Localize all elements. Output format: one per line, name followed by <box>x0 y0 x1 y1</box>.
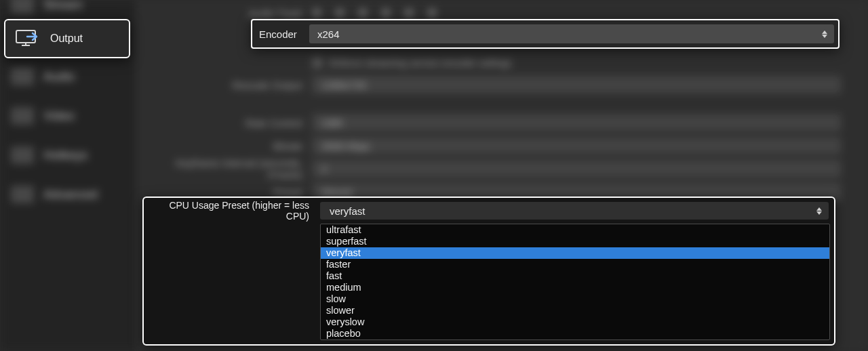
cpu-preset-option[interactable]: placebo <box>321 328 829 339</box>
cpu-preset-option[interactable]: veryslow <box>321 316 829 328</box>
cpu-preset-option[interactable]: ultrafast <box>321 224 829 236</box>
stepper-icon <box>822 28 830 39</box>
cpu-preset-select[interactable]: veryfast <box>320 202 829 220</box>
sidebar-item-label: Output <box>50 33 83 45</box>
cpu-preset-dropdown[interactable]: ultrafastsuperfastveryfastfasterfastmedi… <box>320 224 830 340</box>
cpu-preset-option[interactable]: medium <box>321 282 829 293</box>
stepper-icon <box>816 205 825 216</box>
sidebar-item-output[interactable]: Output <box>4 19 130 58</box>
cpu-preset-option[interactable]: fast <box>321 270 829 282</box>
cpu-preset-option[interactable]: faster <box>321 259 829 270</box>
cpu-preset-option[interactable]: slow <box>321 293 829 305</box>
cpu-preset-option[interactable]: veryfast <box>321 247 829 259</box>
encoder-row: Encoder x264 <box>251 19 840 49</box>
output-icon <box>15 29 39 48</box>
cpu-preset-value: veryfast <box>330 205 366 217</box>
cpu-preset-box: CPU Usage Preset (higher = less CPU) ver… <box>142 197 835 346</box>
encoder-value: x264 <box>317 28 340 40</box>
cpu-preset-option[interactable]: superfast <box>321 236 829 247</box>
encoder-select[interactable]: x264 <box>309 24 834 43</box>
encoder-label: Encoder <box>252 28 309 40</box>
cpu-preset-option[interactable]: slower <box>321 305 829 316</box>
cpu-preset-label: CPU Usage Preset (higher = less CPU) <box>144 200 315 222</box>
